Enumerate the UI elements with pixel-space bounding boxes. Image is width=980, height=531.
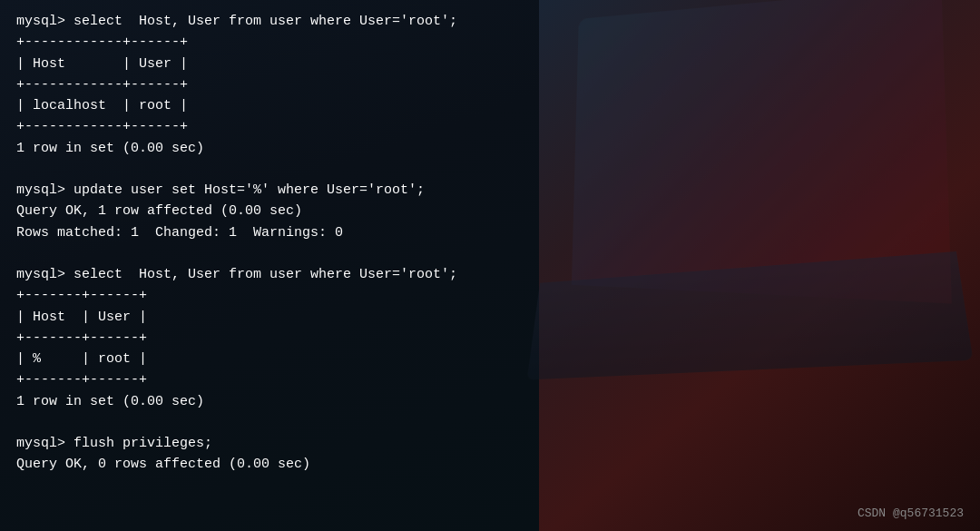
terminal-line-17: | % | root |	[16, 349, 964, 369]
terminal-line-5: | localhost | root |	[16, 95, 964, 116]
terminal-line-8	[16, 159, 964, 180]
terminal-line-3: | Host | User |	[16, 54, 964, 74]
terminal-line-1: mysql> select Host, User from user where…	[16, 11, 964, 32]
terminal-line-13: mysql> select Host, User from user where…	[16, 264, 964, 285]
terminal-line-2: +------------+------+	[16, 32, 964, 53]
terminal-line-6: +------------+------+	[16, 116, 964, 137]
terminal-line-12	[16, 243, 964, 264]
terminal-line-11: Rows matched: 1 Changed: 1 Warnings: 0	[16, 222, 964, 243]
terminal-line-14: +-------+------+	[16, 285, 964, 306]
terminal-line-16: +-------+------+	[16, 328, 964, 349]
terminal-line-21: mysql> flush privileges;	[16, 433, 964, 454]
terminal-line-10: Query OK, 1 row affected (0.00 sec)	[16, 201, 964, 221]
terminal-line-7: 1 row in set (0.00 sec)	[16, 138, 964, 159]
terminal-output: mysql> select Host, User from user where…	[0, 0, 980, 531]
terminal-line-20	[16, 412, 964, 433]
terminal-line-22: Query OK, 0 rows affected (0.00 sec)	[16, 454, 964, 475]
terminal-line-4: +------------+------+	[16, 74, 964, 95]
terminal-line-15: | Host | User |	[16, 307, 964, 328]
terminal-line-9: mysql> update user set Host='%' where Us…	[16, 180, 964, 201]
terminal-line-18: +-------+------+	[16, 369, 964, 390]
terminal-line-19: 1 row in set (0.00 sec)	[16, 391, 964, 412]
watermark: CSDN @q56731523	[858, 506, 964, 520]
